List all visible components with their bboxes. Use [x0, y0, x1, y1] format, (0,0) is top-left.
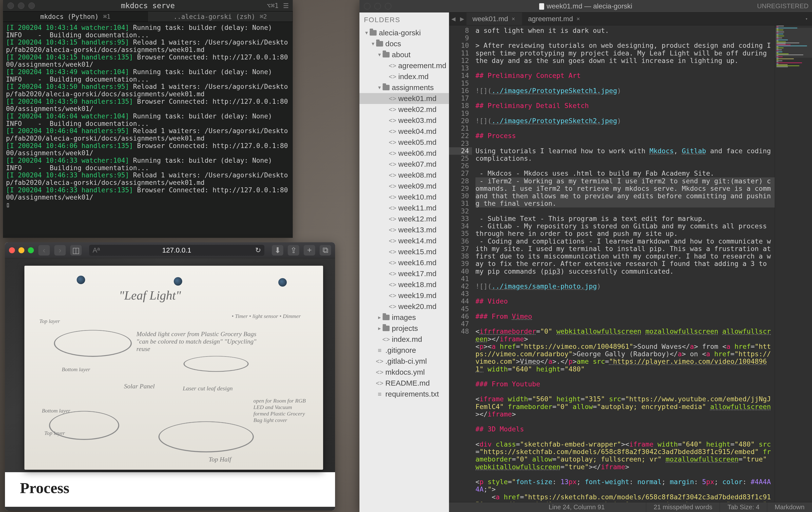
gutter-line[interactable]: 14: [449, 72, 469, 79]
file-row[interactable]: <>week17.md: [359, 268, 449, 279]
terminal-tab[interactable]: mkdocs (Python)⌘1: [3, 11, 148, 22]
gutter-line[interactable]: 15: [449, 80, 469, 87]
gutter-line[interactable]: 18: [449, 102, 469, 110]
file-row[interactable]: <>week19.md: [359, 290, 449, 301]
minimap[interactable]: [775, 25, 812, 502]
status-tabsize[interactable]: Tab Size: 4: [720, 502, 767, 512]
sidebar-button[interactable]: ◫: [70, 245, 82, 255]
file-row[interactable]: <>week13.md: [359, 224, 449, 235]
file-row[interactable]: <>mkdocs.yml: [359, 367, 449, 378]
file-row[interactable]: <>week05.md: [359, 137, 449, 148]
file-row[interactable]: <>agreement.md: [359, 60, 449, 71]
file-row[interactable]: <>week03.md: [359, 115, 449, 126]
gutter-line[interactable]: 22: [449, 132, 469, 140]
gutter-line[interactable]: 32: [449, 208, 469, 215]
status-spell[interactable]: 21 misspelled words: [646, 502, 720, 512]
gutter-line[interactable]: 47: [449, 320, 469, 328]
disclosure-icon[interactable]: ▸: [377, 325, 382, 332]
back-icon[interactable]: ◀: [451, 15, 456, 23]
folder-row[interactable]: ▾alecia-gorski: [359, 27, 449, 38]
gutter-line[interactable]: 16: [449, 87, 469, 94]
back-button[interactable]: ‹: [38, 245, 50, 255]
file-row[interactable]: <>week07.md: [359, 159, 449, 170]
gutter-line[interactable]: 34: [449, 222, 469, 230]
gutter-line[interactable]: 30: [449, 192, 469, 200]
gutter-line[interactable]: 39: [449, 260, 469, 267]
share-icon[interactable]: ⇪: [288, 245, 299, 255]
gutter-line[interactable]: 28: [449, 177, 469, 185]
file-row[interactable]: <>.gitlab-ci.yml: [359, 356, 449, 367]
gutter-line[interactable]: 27: [449, 170, 469, 177]
gutter-line[interactable]: 19: [449, 110, 469, 117]
minimize-icon[interactable]: [19, 247, 24, 253]
gutter-line[interactable]: 35: [449, 230, 469, 237]
editor-tab[interactable]: week01.md×: [466, 12, 522, 25]
file-row[interactable]: <>week14.md: [359, 235, 449, 246]
folder-row[interactable]: ▸projects: [359, 323, 449, 334]
file-row[interactable]: <>week12.md: [359, 213, 449, 224]
code-area[interactable]: a soft light when it is dark out. > Afte…: [472, 25, 775, 502]
file-row[interactable]: <>week10.md: [359, 191, 449, 203]
gutter-line[interactable]: 23: [449, 140, 469, 147]
file-row[interactable]: <>week08.md: [359, 170, 449, 181]
gutter-line[interactable]: 31: [449, 200, 469, 207]
gutter-line[interactable]: 10: [449, 42, 469, 49]
editor-sidebar[interactable]: FOLDERS ▾alecia-gorski▾docs▾about<>agree…: [359, 12, 449, 512]
reader-icon[interactable]: Aª: [93, 246, 100, 254]
gutter-line[interactable]: 11: [449, 50, 469, 57]
gutter-line[interactable]: 36: [449, 238, 469, 245]
file-row[interactable]: <>week20.md: [359, 301, 449, 312]
gutter-line[interactable]: 45: [449, 305, 469, 313]
gutter-line[interactable]: 37: [449, 245, 469, 252]
gutter-line[interactable]: 21: [449, 125, 469, 132]
tab-menu-icon[interactable]: ▾: [801, 12, 812, 25]
terminal-output[interactable]: [I 200204 10:43:14 watcher:104] Running …: [3, 22, 293, 210]
disclosure-icon[interactable]: ▾: [377, 52, 382, 58]
file-row[interactable]: <>index.md: [359, 334, 449, 345]
terminal-tab[interactable]: ..alecia-gorski (zsh)⌘2: [148, 11, 293, 22]
gutter[interactable]: 8910111213141516171819202122232425262728…: [449, 25, 472, 502]
folder-row[interactable]: ▾assignments: [359, 82, 449, 93]
url-bar[interactable]: Aª 127.0.0.1 ↻: [89, 245, 264, 256]
gutter-line[interactable]: 48: [449, 328, 469, 335]
gutter-line[interactable]: 13: [449, 64, 469, 72]
gutter-line[interactable]: 25: [449, 155, 469, 162]
close-icon[interactable]: ×: [512, 16, 515, 22]
folder-row[interactable]: ▸images: [359, 312, 449, 323]
file-row[interactable]: ≡.gitignore: [359, 345, 449, 356]
gutter-line[interactable]: 46: [449, 313, 469, 320]
disclosure-icon[interactable]: ▾: [364, 30, 369, 36]
browser-viewport[interactable]: "Leaf Light" • Timer • light sensor • Di…: [5, 258, 335, 511]
menu-icon[interactable]: ☰: [283, 2, 289, 9]
gutter-line[interactable]: 33: [449, 215, 469, 222]
gutter-line[interactable]: 40: [449, 268, 469, 275]
gutter-line[interactable]: 42: [449, 282, 469, 290]
download-icon[interactable]: ⬇: [272, 245, 283, 255]
gutter-line[interactable]: 44: [449, 298, 469, 305]
gutter-line[interactable]: 8: [449, 27, 469, 34]
file-row[interactable]: <>week16.md: [359, 257, 449, 268]
gutter-line[interactable]: 26: [449, 162, 469, 170]
gutter-line[interactable]: 41: [449, 275, 469, 282]
gutter-line[interactable]: 17: [449, 94, 469, 102]
folder-row[interactable]: ▾docs: [359, 38, 449, 49]
file-row[interactable]: <>README.md: [359, 378, 449, 389]
file-row[interactable]: <>week06.md: [359, 148, 449, 159]
file-row[interactable]: ≡requirements.txt: [359, 389, 449, 399]
terminal-titlebar[interactable]: mkdocs serve ⌥⌘1 ☰: [3, 0, 293, 11]
disclosure-icon[interactable]: ▸: [377, 314, 382, 321]
close-icon[interactable]: ×: [577, 16, 580, 22]
status-position[interactable]: Line 24, Column 91: [541, 502, 646, 512]
gutter-line[interactable]: 20: [449, 117, 469, 125]
file-row[interactable]: <>week11.md: [359, 203, 449, 213]
status-language[interactable]: Markdown: [767, 502, 812, 512]
gutter-line[interactable]: 12: [449, 57, 469, 64]
gutter-line[interactable]: 43: [449, 290, 469, 298]
file-row[interactable]: <>week02.md: [359, 104, 449, 115]
file-row[interactable]: <>week04.md: [359, 126, 449, 137]
gutter-line[interactable]: 24: [449, 147, 472, 155]
disclosure-icon[interactable]: ▾: [370, 40, 375, 47]
close-icon[interactable]: [9, 247, 15, 253]
file-row[interactable]: <>week01.md: [359, 93, 449, 104]
disclosure-icon[interactable]: ▾: [377, 84, 382, 91]
